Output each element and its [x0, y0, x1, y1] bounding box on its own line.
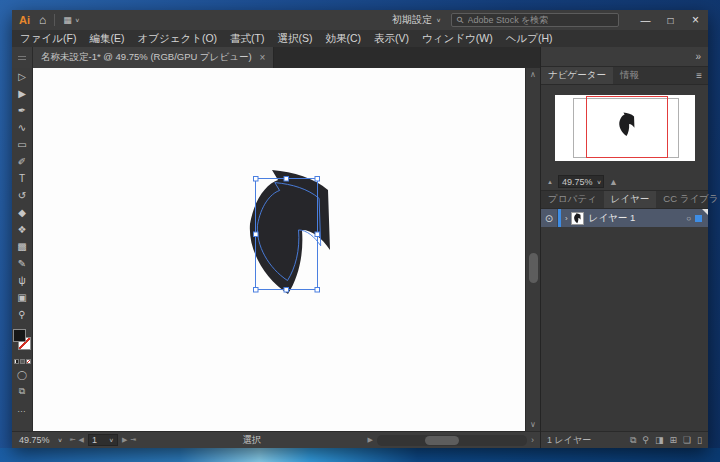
status-bar: 49.75% ∨ ⇤ ◀ 1 ∨ ▶ ⇥ 選択 ▶	[12, 431, 540, 448]
edit-toolbar-icon[interactable]: …	[17, 404, 27, 414]
scroll-down-icon[interactable]: ∨	[530, 418, 536, 431]
screen-mode-icon[interactable]: ⧉	[19, 387, 25, 396]
menu-item[interactable]: ファイル(F)	[20, 32, 76, 46]
expand-layer-icon[interactable]: ›	[565, 214, 568, 223]
divider	[54, 14, 55, 26]
delete-icon[interactable]: ▯	[697, 435, 702, 446]
minimize-button[interactable]: —	[633, 10, 658, 30]
locate-object-icon[interactable]: ⚲	[642, 435, 649, 446]
menu-item[interactable]: 効果(C)	[325, 32, 361, 46]
close-tab-icon[interactable]: ×	[260, 52, 266, 63]
layer-accent-bar	[558, 209, 561, 227]
vertical-scroll-thumb[interactable]	[529, 253, 538, 283]
horizontal-scrollbar[interactable]	[377, 435, 527, 446]
tab-layers[interactable]: レイヤー	[604, 191, 657, 208]
menu-item[interactable]: オブジェクト(O)	[137, 32, 217, 46]
close-button[interactable]: ×	[683, 10, 708, 30]
tab-cc-libraries[interactable]: CC ライブラリ	[656, 191, 720, 208]
rotate-tool-icon[interactable]: ↺	[12, 187, 33, 204]
new-sublayer-icon[interactable]: ⊞	[669, 435, 677, 446]
layer-row[interactable]: ⊙ › レイヤー 1 ○	[541, 209, 708, 227]
document-tab[interactable]: 名称未設定-1* @ 49.75% (RGB/GPU プレビュー) ×	[33, 47, 274, 68]
clipping-mask-icon[interactable]: ◨	[655, 435, 664, 446]
illustrator-window: Ai ⌂ ▦ ∨ 初期設定 ∨ ⚲ Adobe Stock を検索 — □ × …	[12, 10, 708, 448]
target-circle-icon[interactable]: ○	[686, 214, 691, 223]
selected-art-corner	[702, 209, 708, 215]
search-icon: ⚲	[454, 14, 466, 26]
first-artboard-icon[interactable]: ⇤	[70, 436, 76, 444]
last-artboard-icon[interactable]: ⇥	[130, 436, 136, 444]
chevron-down-icon[interactable]: ∨	[75, 17, 80, 23]
zoom-level-control[interactable]: 49.75% ∨	[16, 435, 66, 445]
navigator-canvas-preview[interactable]	[555, 95, 695, 161]
tools-panel: ▷▶✒∿▭✐T↺◆❖▩✎ψ▣⚲ ◯ ⧉ …	[12, 68, 33, 431]
artboard-number: 1	[92, 435, 97, 445]
eraser-tool-icon[interactable]: ◆	[12, 204, 33, 221]
navigator-zoom-controls: ▲ 49.75% ∨ ▲	[541, 173, 708, 191]
arrow-artwork[interactable]	[238, 168, 333, 303]
next-artboard-icon[interactable]: ▶	[122, 436, 127, 444]
artboard-canvas[interactable]	[33, 68, 525, 431]
gradient-tool-icon[interactable]: ▩	[12, 238, 33, 255]
home-icon[interactable]: ⌂	[39, 14, 46, 26]
none-button[interactable]	[26, 359, 31, 364]
arrange-documents-icon[interactable]: ▦	[63, 15, 71, 25]
scroll-up-icon[interactable]: ∧	[530, 68, 536, 81]
selection-indicator[interactable]	[695, 215, 702, 222]
tab-navigator[interactable]: ナビゲーター	[541, 67, 613, 84]
menu-item[interactable]: 選択(S)	[277, 32, 312, 46]
navigator-zoom-field[interactable]: 49.75% ∨	[558, 175, 604, 188]
layers-empty-area[interactable]	[541, 227, 708, 431]
artboard-tool-icon[interactable]: ▣	[12, 289, 33, 306]
menu-item[interactable]: 編集(E)	[89, 32, 124, 46]
pen-tool-icon[interactable]: ✒	[12, 102, 33, 119]
tab-properties[interactable]: プロパティ	[541, 191, 604, 208]
horizontal-scroll-thumb[interactable]	[425, 436, 459, 445]
adobe-stock-search[interactable]: ⚲ Adobe Stock を検索	[451, 13, 619, 27]
collect-export-icon[interactable]: ⧉	[630, 435, 636, 446]
zoom-out-icon[interactable]: ▲	[547, 179, 553, 185]
navigator-zoom-value: 49.75%	[562, 177, 593, 187]
layer-thumbnail	[571, 212, 584, 225]
status-menu-arrow-icon[interactable]: ▶	[368, 436, 373, 444]
document-title: 名称未設定-1* @ 49.75% (RGB/GPU プレビュー)	[41, 51, 252, 64]
rectangle-tool-icon[interactable]: ▭	[12, 136, 33, 153]
zoom-in-icon[interactable]: ▲	[609, 177, 618, 187]
paintbrush-tool-icon[interactable]: ✐	[12, 153, 33, 170]
app-logo-icon: Ai	[19, 14, 30, 26]
color-button[interactable]	[14, 359, 19, 364]
tab-info[interactable]: 情報	[613, 67, 646, 84]
fill-swatch[interactable]	[13, 329, 26, 342]
menu-item[interactable]: 書式(T)	[230, 32, 264, 46]
new-layer-icon[interactable]: ❏	[683, 435, 691, 446]
visibility-eye-icon[interactable]: ⊙	[541, 209, 558, 227]
artboard-number-field[interactable]: 1 ∨	[88, 434, 118, 446]
vertical-scrollbar[interactable]: ∧ ∨	[525, 68, 540, 431]
menu-item[interactable]: 表示(V)	[374, 32, 409, 46]
panel-menu-icon[interactable]: ≡	[696, 70, 702, 81]
fill-stroke-swatches[interactable]	[12, 329, 32, 355]
type-tool-icon[interactable]: T	[12, 170, 33, 187]
pencil-tool-icon[interactable]: ✎	[12, 255, 33, 272]
hand-tool-icon[interactable]: ψ	[12, 272, 33, 289]
layers-panel-tabs: プロパティ レイヤー CC ライブラリ ≡	[541, 191, 708, 209]
menu-item[interactable]: ヘルプ(H)	[506, 32, 553, 46]
toolbar-grip[interactable]	[12, 47, 33, 68]
chevron-down-icon: ∨	[436, 17, 441, 23]
chevron-down-icon: ∨	[596, 178, 601, 184]
zoom-tool-icon[interactable]: ⚲	[12, 306, 33, 323]
workspace-switcher[interactable]: 初期設定 ∨	[392, 13, 441, 27]
menu-item[interactable]: ウィンドウ(W)	[422, 32, 493, 46]
collapse-panels-icon[interactable]: »	[695, 51, 701, 62]
selection-tool-icon[interactable]: ▷	[12, 68, 33, 85]
maximize-button[interactable]: □	[658, 10, 683, 30]
scroll-right-icon[interactable]: ›	[531, 435, 536, 445]
layer-name[interactable]: レイヤー 1	[589, 212, 636, 225]
curvature-tool-icon[interactable]: ∿	[12, 119, 33, 136]
draw-mode-icon[interactable]: ◯	[17, 371, 27, 380]
title-bar: Ai ⌂ ▦ ∨ 初期設定 ∨ ⚲ Adobe Stock を検索 — □ ×	[12, 10, 708, 30]
prev-artboard-icon[interactable]: ◀	[79, 436, 84, 444]
gradient-button[interactable]	[20, 359, 25, 364]
direct-selection-tool-icon[interactable]: ▶	[12, 85, 33, 102]
shape-builder-tool-icon[interactable]: ❖	[12, 221, 33, 238]
